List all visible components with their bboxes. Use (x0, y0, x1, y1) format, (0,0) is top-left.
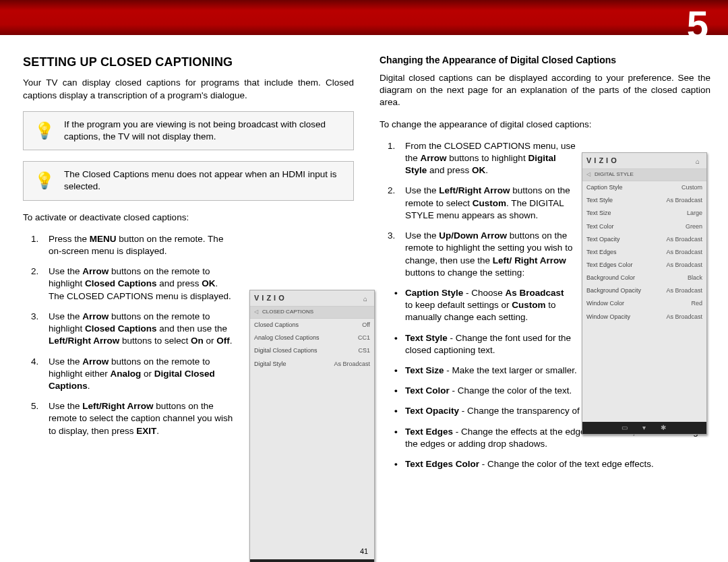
chapter-band: 5 (0, 0, 728, 35)
page-body: Setting up Closed Captioning Your TV can… (0, 35, 728, 478)
panel-crumb: DIGITAL STYLE (595, 171, 634, 179)
step-item: Use the Left/Right Arrow buttons on the … (46, 400, 235, 437)
setting-item: Text Edges Color - Change the color of t… (405, 458, 710, 470)
panel-brand: VIZIO (586, 156, 619, 166)
step-item: From the CLOSED CAPTIONS menu, use the A… (402, 140, 576, 177)
step-item: Use the Arrow buttons on the remote to h… (46, 266, 235, 303)
steps-lead: To change the appearance of digital clos… (380, 119, 710, 131)
note-text: If the program you are viewing is not be… (64, 119, 344, 143)
panel-row: Digital Closed CaptionsCS1 (250, 344, 374, 357)
panel-row: Text EdgesAs Broadcast (582, 245, 706, 258)
gear-icon: ✱ (661, 423, 667, 433)
steps-lead: To activate or deactivate closed caption… (23, 212, 354, 224)
panel-footer: ▭ ▾ ✱ (582, 422, 706, 434)
lightbulb-icon: 💡 (33, 169, 56, 192)
panel-row: Text ColorGreen (582, 220, 706, 232)
panel-row: Closed CaptionsOff (250, 319, 374, 332)
osd-panel-digital-style: VIZIO ⌂ ◁ DIGITAL STYLE Caption StyleCus… (582, 152, 707, 435)
lightbulb-icon: 💡 (33, 119, 56, 142)
note-text: The Closed Captions menu does not appear… (64, 168, 344, 193)
chevron-down-icon: ▾ (642, 423, 647, 433)
back-icon: ◁ (586, 171, 590, 179)
panel-row: Caption StyleCustom (582, 181, 706, 194)
panel-rows: Caption StyleCustomText StyleAs Broadcas… (582, 181, 706, 323)
home-icon: ⌂ (696, 157, 702, 164)
panel-row: Text SizeLarge (582, 207, 706, 220)
panel-row: Background ColorBlack (582, 272, 706, 284)
home-icon: ⌂ (363, 294, 370, 301)
panel-row: Digital StyleAs Broadcast (250, 357, 374, 370)
left-column: Setting up Closed Captioning Your TV can… (23, 54, 354, 478)
section-title: Setting up Closed Captioning (23, 54, 354, 70)
wide-icon: ▭ (621, 423, 629, 433)
subsection-title: Changing the Appearance of Digital Close… (380, 54, 710, 67)
right-column: Changing the Appearance of Digital Close… (380, 54, 710, 478)
step-item: Use the Left/Right Arrow buttons on the … (402, 185, 576, 222)
panel-row: Window ColorRed (582, 297, 706, 310)
step-item: Use the Arrow buttons on the remote to h… (46, 356, 235, 393)
step-item: Use the Up/Down Arrow buttons on the rem… (402, 230, 576, 279)
panel-row: Text OpacityAs Broadcast (582, 232, 706, 245)
panel-row: Text StyleAs Broadcast (582, 194, 706, 207)
chapter-number: 5 (687, 0, 708, 51)
panel-row: Text Edges ColorAs Broadcast (582, 258, 706, 271)
panel-crumb: CLOSED CAPTIONS (262, 309, 313, 316)
intro-para: Your TV can display closed captions for … (23, 77, 354, 101)
panel-brand: VIZIO (254, 293, 287, 303)
panel-row: Background OpacityAs Broadcast (582, 284, 706, 297)
setting-item: Caption Style - Choose As Broadcast to k… (405, 287, 574, 324)
setting-item: Text Style - Change the font used for th… (405, 332, 574, 356)
back-icon: ◁ (254, 309, 258, 316)
intro-para: Digital closed captions can be displayed… (380, 72, 710, 109)
note-box-1: 💡 If the program you are viewing is not … (23, 111, 354, 150)
panel-row: Window OpacityAs Broadcast (582, 310, 706, 323)
step-item: Press the MENU button on the remote. The… (46, 233, 235, 257)
panel-footer: ▭ ▾ ✱ (250, 559, 374, 562)
note-box-2: 💡 The Closed Captions menu does not appe… (23, 161, 354, 200)
panel-row: Analog Closed CaptionsCC1 (250, 332, 374, 344)
step-item: Use the Arrow buttons on the remote to h… (46, 311, 235, 348)
panel-rows: Closed CaptionsOffAnalog Closed Captions… (250, 319, 374, 371)
page-number: 41 (360, 547, 368, 557)
osd-panel-closed-captions: VIZIO ⌂ ◁ CLOSED CAPTIONS Closed Caption… (249, 290, 375, 562)
